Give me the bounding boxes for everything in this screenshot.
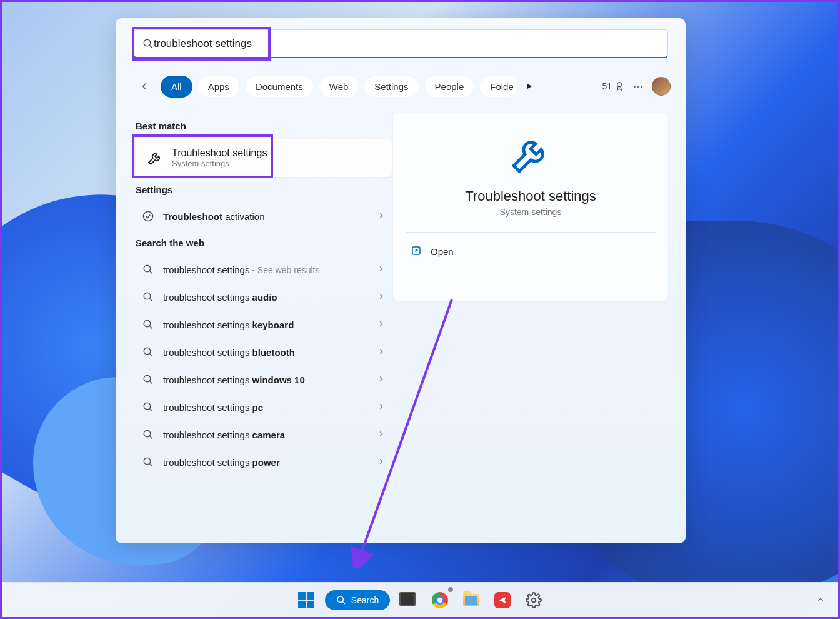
play-icon [526, 83, 533, 90]
task-view-button[interactable] [396, 588, 421, 613]
search-icon [142, 318, 154, 331]
chevron-right-icon [377, 457, 386, 468]
web-result-text: troubleshoot settings power [163, 457, 368, 468]
svg-line-25 [342, 601, 345, 604]
search-icon [142, 456, 154, 468]
web-result[interactable]: troubleshoot settings keyboard [136, 311, 392, 338]
web-result[interactable]: troubleshoot settings camera [136, 421, 392, 448]
settings-result[interactable]: Troubleshoot activation [136, 203, 392, 230]
web-result-text: troubleshoot settings - See web results [163, 264, 368, 275]
divider [406, 232, 656, 233]
web-result[interactable]: troubleshoot settings windows 10 [136, 366, 392, 393]
search-icon [142, 428, 154, 441]
results-column: Best match Troubleshoot settings System … [136, 113, 392, 476]
svg-point-24 [338, 596, 343, 602]
search-icon [142, 38, 154, 49]
svg-line-12 [149, 353, 152, 356]
open-label: Open [431, 246, 454, 257]
chevron-up-icon [816, 595, 825, 604]
tray-overflow[interactable] [812, 591, 829, 608]
arrow-left-icon [139, 81, 150, 92]
detail-title: Troubleshoot settings [408, 188, 653, 204]
gear-icon [526, 592, 542, 608]
check-circle-icon [142, 210, 154, 223]
search-icon [142, 346, 154, 358]
chevron-right-icon [377, 292, 386, 303]
chevron-right-icon [377, 375, 386, 385]
search-box-container [133, 29, 668, 58]
best-match-result[interactable]: Troubleshoot settings System settings [136, 139, 392, 177]
start-button[interactable] [294, 588, 319, 613]
open-icon [411, 245, 422, 258]
wrench-icon [147, 150, 163, 166]
web-result-text: troubleshoot settings windows 10 [163, 375, 368, 385]
send-icon [494, 592, 511, 608]
task-view-icon [402, 595, 416, 606]
svg-point-3 [618, 83, 622, 87]
user-avatar[interactable] [652, 77, 671, 96]
filter-scroll-right[interactable] [523, 83, 536, 90]
search-box[interactable] [133, 29, 668, 58]
open-button[interactable]: Open [408, 238, 653, 266]
svg-line-14 [149, 381, 152, 384]
svg-line-16 [149, 408, 152, 411]
web-result[interactable]: troubleshoot settings power [136, 448, 392, 476]
chrome-button[interactable] [428, 588, 452, 613]
filter-settings[interactable]: Settings [364, 76, 419, 98]
filter-apps[interactable]: Apps [198, 76, 240, 98]
section-web: Search the web [136, 238, 392, 248]
explorer-button[interactable] [459, 588, 484, 613]
search-icon [336, 595, 346, 605]
filter-web[interactable]: Web [319, 76, 359, 98]
detail-pane: Troubleshoot settings System settings Op… [393, 113, 668, 301]
web-result-text: troubleshoot settings bluetooth [163, 347, 368, 358]
svg-point-5 [144, 265, 151, 272]
detail-subtitle: System settings [408, 207, 653, 217]
web-result[interactable]: troubleshoot settings pc [136, 393, 392, 421]
svg-line-8 [149, 298, 152, 301]
taskbar-search-button[interactable]: Search [325, 590, 390, 610]
search-input[interactable] [154, 38, 659, 50]
web-result[interactable]: troubleshoot settings bluetooth [136, 338, 392, 366]
app-button[interactable] [490, 588, 515, 613]
filter-folders[interactable]: Folde [479, 76, 518, 98]
back-button[interactable] [136, 78, 153, 95]
best-match-title: Troubleshoot settings [172, 148, 381, 159]
search-icon [142, 291, 154, 303]
section-best-match: Best match [136, 121, 392, 131]
filter-all[interactable]: All [161, 76, 192, 98]
profile-badge-icon [448, 586, 454, 593]
detail-wrench-icon [508, 132, 553, 177]
system-tray [812, 582, 829, 617]
web-result[interactable]: troubleshoot settings audio [136, 283, 392, 311]
search-icon [142, 373, 154, 386]
svg-point-9 [144, 320, 151, 327]
taskbar: Search [2, 582, 838, 617]
svg-line-10 [149, 326, 152, 329]
filter-documents[interactable]: Documents [245, 76, 314, 98]
svg-point-4 [144, 212, 153, 221]
windows-icon [298, 592, 314, 608]
best-match-subtitle: System settings [172, 159, 381, 168]
chevron-right-icon [377, 320, 386, 330]
search-icon [142, 263, 154, 276]
filter-people[interactable]: People [424, 76, 475, 98]
svg-point-11 [144, 348, 151, 355]
settings-result-text: Troubleshoot activation [163, 211, 368, 222]
web-result-text: troubleshoot settings pc [163, 402, 368, 413]
svg-line-6 [149, 271, 152, 274]
svg-line-18 [149, 436, 152, 439]
chevron-right-icon [377, 430, 386, 440]
web-result-text: troubleshoot settings keyboard [163, 320, 368, 330]
svg-point-27 [532, 598, 536, 602]
settings-button[interactable] [521, 588, 546, 613]
more-options[interactable]: ⋯ [629, 81, 647, 93]
web-result-text: troubleshoot settings camera [163, 430, 368, 440]
rewards-count: 51 [602, 81, 612, 91]
chevron-right-icon [377, 402, 386, 413]
svg-point-15 [144, 403, 151, 410]
web-result[interactable]: troubleshoot settings - See web results [136, 256, 392, 283]
search-icon [142, 401, 154, 413]
rewards-button[interactable]: 51 [602, 81, 624, 91]
svg-line-1 [149, 45, 152, 48]
